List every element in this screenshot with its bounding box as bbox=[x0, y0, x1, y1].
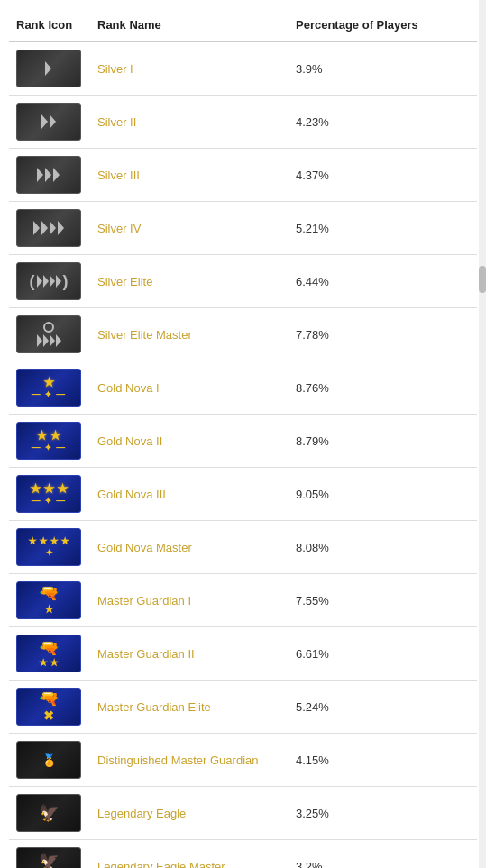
rank-icon-gold-nova-iii: ★★★— ✦ — bbox=[9, 468, 90, 521]
table-row: 🔫✖Master Guardian Elite5.24% bbox=[9, 681, 477, 734]
table-row: ★★★— ✦ —Gold Nova III9.05% bbox=[9, 468, 477, 521]
rank-link-master-guardian-ii[interactable]: Master Guardian II bbox=[97, 647, 195, 661]
table-row: Silver Elite Master7.78% bbox=[9, 308, 477, 361]
table-row: Silver II4.23% bbox=[9, 96, 477, 149]
rank-name-silver-i[interactable]: Silver I bbox=[90, 41, 289, 96]
rank-table: Rank Icon Rank Name Percentage of Player… bbox=[9, 9, 477, 868]
rank-icon-silver-elite-master bbox=[9, 308, 90, 361]
rank-icon-gold-nova-i: ★— ✦ — bbox=[9, 361, 90, 415]
rank-percentage-legendary-eagle-master: 3.2% bbox=[289, 840, 477, 869]
rank-percentage-silver-elite-master: 7.78% bbox=[289, 308, 477, 361]
rank-name-silver-elite-master[interactable]: Silver Elite Master bbox=[90, 308, 289, 361]
rank-icon-master-guardian-elite: 🔫✖ bbox=[9, 681, 90, 734]
table-row: 🔫★Master Guardian I7.55% bbox=[9, 574, 477, 627]
rank-icon-gold-nova-ii: ★★— ✦ — bbox=[9, 415, 90, 468]
rank-icon-silver-ii bbox=[9, 96, 90, 149]
table-row: 🏅Distinguished Master Guardian4.15% bbox=[9, 734, 477, 787]
rank-link-silver-i[interactable]: Silver I bbox=[97, 62, 133, 76]
rank-percentage-silver-elite: 6.44% bbox=[289, 255, 477, 308]
rank-name-legendary-eagle-master[interactable]: Legendary Eagle Master bbox=[90, 840, 289, 869]
main-container: Rank Icon Rank Name Percentage of Player… bbox=[0, 0, 486, 868]
rank-percentage-legendary-eagle: 3.25% bbox=[289, 787, 477, 840]
table-row: ()Silver Elite6.44% bbox=[9, 255, 477, 308]
rank-icon-gold-nova-master: ★★★★✦ bbox=[9, 521, 90, 574]
header-rank-name: Rank Name bbox=[90, 9, 289, 41]
rank-percentage-distinguished-master-guardian: 4.15% bbox=[289, 734, 477, 787]
rank-icon-silver-iii bbox=[9, 149, 90, 202]
rank-icon-silver-i bbox=[9, 41, 90, 96]
rank-percentage-gold-nova-master: 8.08% bbox=[289, 521, 477, 574]
rank-name-silver-iv[interactable]: Silver IV bbox=[90, 202, 289, 255]
rank-link-silver-ii[interactable]: Silver II bbox=[97, 115, 136, 129]
table-row: Silver III4.37% bbox=[9, 149, 477, 202]
table-row: ★★— ✦ —Gold Nova II8.79% bbox=[9, 415, 477, 468]
rank-link-gold-nova-i[interactable]: Gold Nova I bbox=[97, 381, 160, 395]
rank-icon-legendary-eagle-master: 🦅★★ bbox=[9, 840, 90, 869]
rank-name-gold-nova-iii[interactable]: Gold Nova III bbox=[90, 468, 289, 521]
table-header-row: Rank Icon Rank Name Percentage of Player… bbox=[9, 9, 477, 41]
rank-link-legendary-eagle[interactable]: Legendary Eagle bbox=[97, 807, 186, 820]
rank-link-distinguished-master-guardian[interactable]: Distinguished Master Guardian bbox=[97, 754, 258, 767]
rank-percentage-master-guardian-i: 7.55% bbox=[289, 574, 477, 627]
rank-percentage-master-guardian-elite: 5.24% bbox=[289, 681, 477, 734]
rank-percentage-gold-nova-ii: 8.79% bbox=[289, 415, 477, 468]
rank-icon-silver-elite: () bbox=[9, 255, 90, 308]
rank-name-distinguished-master-guardian[interactable]: Distinguished Master Guardian bbox=[90, 734, 289, 787]
rank-name-master-guardian-i[interactable]: Master Guardian I bbox=[90, 574, 289, 627]
rank-link-silver-elite[interactable]: Silver Elite bbox=[97, 275, 152, 288]
rank-percentage-gold-nova-iii: 9.05% bbox=[289, 468, 477, 521]
rank-name-silver-iii[interactable]: Silver III bbox=[90, 149, 289, 202]
rank-name-gold-nova-ii[interactable]: Gold Nova II bbox=[90, 415, 289, 468]
rank-percentage-silver-iii: 4.37% bbox=[289, 149, 477, 202]
rank-name-master-guardian-elite[interactable]: Master Guardian Elite bbox=[90, 681, 289, 734]
header-rank-icon: Rank Icon bbox=[9, 9, 90, 41]
rank-percentage-gold-nova-i: 8.76% bbox=[289, 361, 477, 415]
rank-icon-master-guardian-i: 🔫★ bbox=[9, 574, 90, 627]
rank-name-gold-nova-i[interactable]: Gold Nova I bbox=[90, 361, 289, 415]
rank-icon-legendary-eagle: 🦅 bbox=[9, 787, 90, 840]
rank-percentage-master-guardian-ii: 6.61% bbox=[289, 627, 477, 681]
rank-name-silver-elite[interactable]: Silver Elite bbox=[90, 255, 289, 308]
rank-percentage-silver-ii: 4.23% bbox=[289, 96, 477, 149]
rank-percentage-silver-i: 3.9% bbox=[289, 41, 477, 96]
rank-icon-master-guardian-ii: 🔫★★ bbox=[9, 627, 90, 681]
table-row: 🔫★★Master Guardian II6.61% bbox=[9, 627, 477, 681]
rank-name-master-guardian-ii[interactable]: Master Guardian II bbox=[90, 627, 289, 681]
rank-link-gold-nova-ii[interactable]: Gold Nova II bbox=[97, 434, 162, 448]
rank-link-silver-elite-master[interactable]: Silver Elite Master bbox=[97, 328, 192, 342]
table-row: ★— ✦ —Gold Nova I8.76% bbox=[9, 361, 477, 415]
table-row: 🦅Legendary Eagle3.25% bbox=[9, 787, 477, 840]
table-row: Silver I3.9% bbox=[9, 41, 477, 96]
table-row: ★★★★✦Gold Nova Master8.08% bbox=[9, 521, 477, 574]
rank-icon-silver-iv bbox=[9, 202, 90, 255]
rank-name-gold-nova-master[interactable]: Gold Nova Master bbox=[90, 521, 289, 574]
rank-link-master-guardian-i[interactable]: Master Guardian I bbox=[97, 594, 191, 608]
rank-name-silver-ii[interactable]: Silver II bbox=[90, 96, 289, 149]
rank-link-master-guardian-elite[interactable]: Master Guardian Elite bbox=[97, 700, 211, 714]
rank-link-gold-nova-iii[interactable]: Gold Nova III bbox=[97, 488, 166, 501]
rank-name-legendary-eagle[interactable]: Legendary Eagle bbox=[90, 787, 289, 840]
rank-link-silver-iii[interactable]: Silver III bbox=[97, 169, 140, 182]
scrollbar-track[interactable] bbox=[479, 0, 486, 868]
rank-link-silver-iv[interactable]: Silver IV bbox=[97, 222, 141, 235]
scrollbar-thumb[interactable] bbox=[479, 266, 486, 293]
table-row: 🦅★★Legendary Eagle Master3.2% bbox=[9, 840, 477, 869]
rank-link-legendary-eagle-master[interactable]: Legendary Eagle Master bbox=[97, 860, 225, 869]
rank-link-gold-nova-master[interactable]: Gold Nova Master bbox=[97, 541, 192, 554]
table-row: Silver IV5.21% bbox=[9, 202, 477, 255]
rank-icon-distinguished-master-guardian: 🏅 bbox=[9, 734, 90, 787]
header-percentage: Percentage of Players bbox=[289, 9, 477, 41]
rank-percentage-silver-iv: 5.21% bbox=[289, 202, 477, 255]
